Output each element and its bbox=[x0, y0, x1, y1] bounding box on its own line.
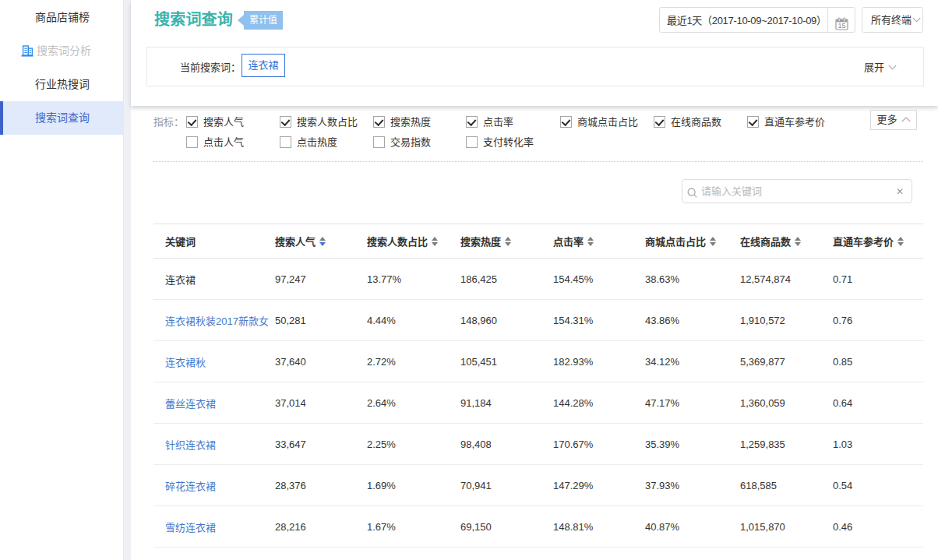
svg-text:15: 15 bbox=[838, 22, 846, 30]
